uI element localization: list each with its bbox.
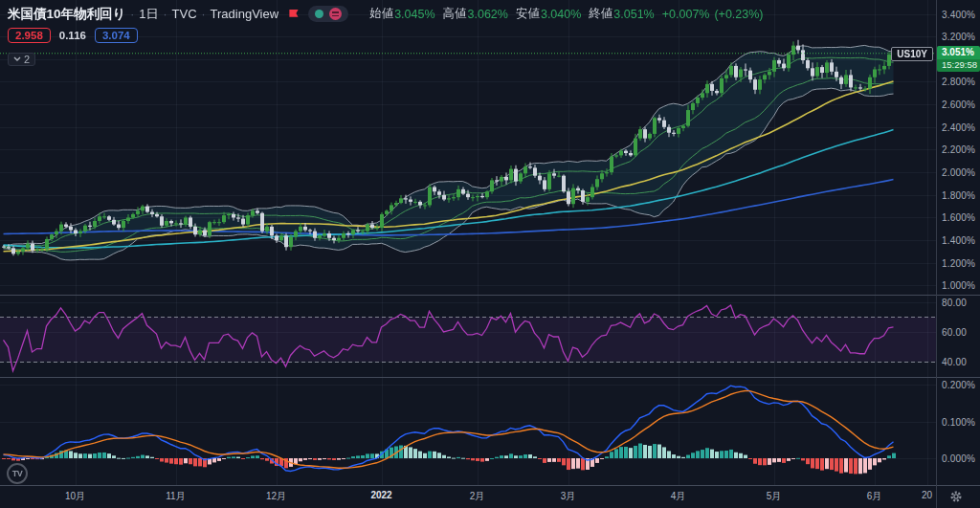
- price-tick-label: 1.200%: [942, 257, 975, 268]
- exchange-label: TVC: [172, 7, 197, 21]
- pink-lines-icon: [329, 8, 342, 20]
- open-label: 始値: [369, 6, 393, 22]
- legend-title-row: 米国債10年物利回り · 1日 · TVC · TradingView 始値3.…: [8, 5, 764, 23]
- close-value: 3.051%: [613, 8, 654, 21]
- time-tick-label: 4月: [671, 490, 686, 503]
- low-level-badge: 2.958: [8, 28, 51, 43]
- symbol-label-text: US10Y: [897, 49, 927, 59]
- time-tick-label: 3月: [561, 490, 576, 503]
- bar-countdown: 15:29:58: [937, 59, 980, 72]
- price-tick-label: 2.000%: [942, 167, 975, 178]
- current-price: 3.051%: [937, 46, 980, 59]
- time-tick-label: 11月: [166, 490, 185, 503]
- price-tick-label: 2.600%: [942, 99, 975, 110]
- provider-label: TradingView: [211, 7, 279, 21]
- high-label: 高値: [443, 6, 467, 22]
- price-tick-label: 1.600%: [942, 212, 975, 223]
- interval-label[interactable]: 1日: [139, 6, 158, 23]
- legend-collapse-row: 2: [8, 48, 764, 66]
- ohlc-readout: 始値3.045% 高値3.062% 安値3.040% 終値3.051% +0.0…: [362, 6, 763, 22]
- time-tick-label: 12月: [266, 490, 286, 503]
- price-tick-label: 2.400%: [942, 121, 975, 132]
- current-price-badge: 3.051% 15:29:58: [937, 46, 980, 72]
- time-tick-label: 10月: [65, 490, 85, 503]
- price-tick-label: 3.200%: [942, 32, 975, 42]
- flag-icon[interactable]: [288, 9, 299, 20]
- collapse-count: 2: [24, 54, 30, 65]
- status-pill[interactable]: [308, 6, 348, 22]
- separator-dot: ·: [164, 8, 167, 21]
- tradingview-logo-text: TV: [12, 469, 23, 478]
- time-tick-label: 6月: [867, 490, 882, 503]
- macd-tick-label: 0.000%: [942, 453, 975, 464]
- change-percent: (+0.23%): [714, 8, 763, 21]
- low-value: 3.040%: [541, 8, 581, 21]
- rsi-tick-label: 80.00: [942, 297, 967, 307]
- rsi-tick-label: 40.00: [942, 356, 967, 366]
- high-level-badge: 3.074: [95, 28, 138, 43]
- level-badges-row: 2.958 0.116 3.074: [8, 28, 764, 43]
- price-line-symbol-label: US10Y: [891, 47, 933, 61]
- separator-dot: ·: [130, 8, 134, 21]
- tradingview-chart-window: 3.400%3.200%3.000%2.800%2.600%2.400%2.20…: [0, 0, 980, 508]
- time-tick-label: 20: [922, 490, 932, 500]
- open-value: 3.045%: [394, 8, 434, 21]
- chart-canvas[interactable]: [0, 0, 936, 485]
- symbol-title[interactable]: 米国債10年物利回り: [8, 6, 125, 23]
- price-axis-border: [936, 0, 937, 508]
- time-axis-settings-gear-icon[interactable]: [949, 490, 963, 503]
- price-tick-label: 3.400%: [942, 9, 975, 19]
- high-value: 3.062%: [468, 8, 508, 21]
- time-axis-border: [0, 485, 980, 486]
- change-value: +0.007%: [662, 8, 710, 21]
- tradingview-logo[interactable]: TV: [7, 463, 28, 484]
- price-tick-label: 1.000%: [942, 280, 975, 291]
- green-dot-icon: [315, 10, 323, 18]
- rsi-tick-label: 60.00: [942, 326, 967, 337]
- chevron-down-icon: [13, 56, 21, 61]
- price-tick-label: 2.200%: [942, 144, 975, 155]
- time-axis[interactable]: 10月11月12月20222月3月4月5月6月20: [0, 485, 980, 508]
- time-tick-label: 2月: [470, 490, 485, 503]
- low-label: 安値: [516, 6, 540, 22]
- price-tick-label: 2.800%: [942, 77, 975, 87]
- macd-tick-label: 0.100%: [942, 416, 975, 427]
- indicators-collapse-chip[interactable]: 2: [8, 53, 35, 66]
- separator-dot: ·: [202, 8, 206, 21]
- close-label: 終値: [589, 6, 612, 22]
- time-tick-label: 2022: [370, 490, 391, 500]
- price-tick-label: 1.800%: [942, 189, 975, 200]
- price-tick-label: 1.400%: [942, 235, 975, 246]
- pane-separator-rsi[interactable]: [0, 295, 980, 296]
- time-tick-label: 5月: [767, 490, 782, 503]
- pane-separator-macd[interactable]: [0, 377, 980, 378]
- price-axis[interactable]: 3.400%3.200%3.000%2.800%2.600%2.400%2.20…: [937, 0, 980, 485]
- chart-legend: 米国債10年物利回り · 1日 · TVC · TradingView 始値3.…: [8, 5, 764, 66]
- macd-tick-label: 0.200%: [942, 380, 975, 390]
- range-value: 0.116: [59, 30, 86, 41]
